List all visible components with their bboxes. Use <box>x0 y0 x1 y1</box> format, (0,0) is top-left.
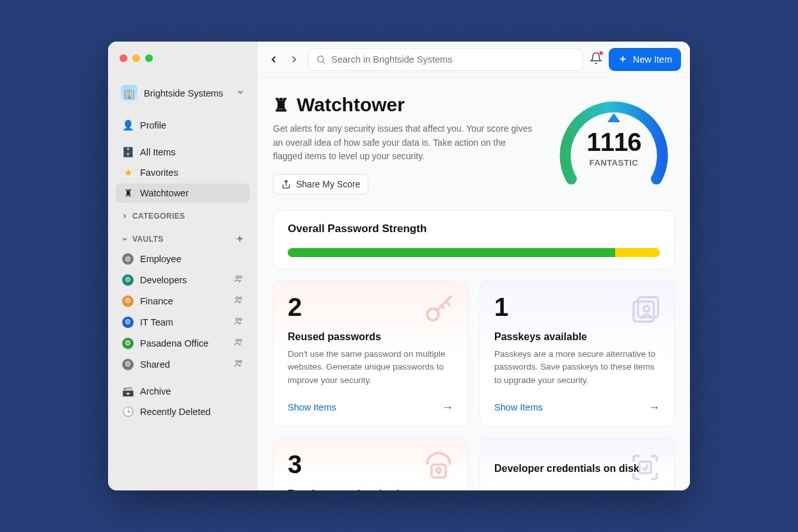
sidebar-vault-item[interactable]: ⚙ Developers <box>116 270 250 290</box>
sidebar-vault-item[interactable]: ⚙ IT Team <box>116 312 250 332</box>
workspace-name: Brightside Systems <box>144 88 230 98</box>
sidebar-item-favorites[interactable]: ★ Favorites <box>116 163 250 182</box>
app-window: 🏢 Brightside Systems 👤 Profile 🗄️ All It… <box>108 42 690 490</box>
sidebar-item-profile[interactable]: 👤 Profile <box>116 116 250 135</box>
chevron-down-icon <box>121 235 129 243</box>
issue-card-icon <box>628 450 662 485</box>
zoom-window-button[interactable] <box>145 54 153 62</box>
shared-icon <box>233 337 244 349</box>
vaults-section-header[interactable]: VAULTS ＋ <box>116 224 250 249</box>
svg-line-11 <box>323 61 325 63</box>
chevron-down-icon <box>236 88 245 99</box>
share-score-label: Share My Score <box>296 179 360 189</box>
shared-icon <box>233 274 244 286</box>
add-vault-button[interactable]: ＋ <box>235 232 245 246</box>
vault-label: Employee <box>140 254 181 264</box>
watchtower-page-icon: ♜ <box>273 95 289 116</box>
page-title-text: Watchtower <box>297 94 405 116</box>
issue-title: Reused passwords <box>288 331 453 343</box>
strength-yellow-segment <box>615 248 660 257</box>
password-strength-card: Overall Password Strength <box>273 210 675 269</box>
close-window-button[interactable] <box>120 54 127 62</box>
sidebar-item-watchtower[interactable]: ♜ Watchtower <box>116 184 250 203</box>
topbar: ＋ New Item <box>258 42 690 77</box>
issue-card: Developer credentials on disk <box>480 438 675 490</box>
new-item-button[interactable]: ＋ New Item <box>609 48 681 71</box>
svg-point-10 <box>318 56 324 61</box>
sidebar-item-recently-deleted[interactable]: 🕓 Recently Deleted <box>116 402 250 421</box>
sidebar-vault-item[interactable]: ⚙ Finance <box>116 291 250 311</box>
new-item-label: New Item <box>633 54 672 65</box>
svg-point-16 <box>644 306 650 311</box>
strength-green-segment <box>288 248 615 257</box>
chevron-right-icon <box>121 212 129 220</box>
vault-icon: ⚙ <box>122 253 134 265</box>
vault-label: Finance <box>140 296 173 306</box>
issue-card: 1 Passkeys available Passkeys are a more… <box>480 281 675 426</box>
issue-card: 3 Two-factor authentication <box>273 438 468 490</box>
show-items-link[interactable]: Show Items→ <box>288 401 453 414</box>
sidebar-label: Favorites <box>140 168 178 178</box>
svg-point-4 <box>236 318 239 320</box>
show-items-link[interactable]: Show Items→ <box>494 401 660 414</box>
sidebar-vault-item[interactable]: ⚙ Employee <box>116 249 250 269</box>
issue-description: Don't use the same password on multiple … <box>288 348 453 387</box>
content-area: ＋ New Item ♜ Watchtower Get alerts for a… <box>258 42 690 490</box>
strength-title: Overall Password Strength <box>288 223 660 235</box>
vault-label: Pasadena Office <box>140 338 208 348</box>
search-input[interactable] <box>331 54 575 65</box>
page-description: Get alerts for any security issues that … <box>273 122 534 164</box>
vault-label: IT Team <box>140 317 173 327</box>
sidebar-item-all-items[interactable]: 🗄️ All Items <box>116 143 250 162</box>
svg-rect-17 <box>432 464 446 477</box>
issue-card-icon <box>421 450 456 485</box>
notifications-button[interactable] <box>590 52 602 67</box>
minimize-window-button[interactable] <box>132 54 140 62</box>
sidebar-item-archive[interactable]: 🗃️ Archive <box>116 382 250 401</box>
notification-badge <box>598 51 604 56</box>
workspace-switcher[interactable]: 🏢 Brightside Systems <box>116 81 250 106</box>
vault-icon: ⚙ <box>122 359 134 370</box>
sidebar-vault-item[interactable]: ⚙ Shared <box>116 354 250 374</box>
categories-section-header[interactable]: CATEGORIES <box>116 204 250 224</box>
issue-card: 2 Reused passwords Don't use the same pa… <box>273 281 468 426</box>
vaults-label: VAULTS <box>132 235 164 244</box>
forward-button[interactable] <box>287 52 301 66</box>
svg-point-6 <box>236 339 239 341</box>
sidebar-label: Profile <box>140 120 166 130</box>
strength-bar <box>288 248 660 257</box>
svg-point-0 <box>236 276 239 278</box>
sidebar-label: Archive <box>140 386 171 396</box>
trash-icon: 🕓 <box>122 406 134 418</box>
issue-title: Two-factor authentication <box>288 489 453 490</box>
sidebar: 🏢 Brightside Systems 👤 Profile 🗄️ All It… <box>108 42 258 490</box>
categories-label: CATEGORIES <box>132 212 185 221</box>
svg-point-8 <box>236 360 239 363</box>
score-gauge: 1116 FANTASTIC <box>553 94 675 196</box>
svg-point-3 <box>240 297 242 299</box>
share-icon <box>281 180 291 189</box>
watchtower-hero: ♜ Watchtower Get alerts for any security… <box>273 94 675 196</box>
share-score-button[interactable]: Share My Score <box>273 174 368 194</box>
search-field[interactable] <box>308 48 583 71</box>
back-button[interactable] <box>267 52 281 66</box>
vault-icon: ⚙ <box>122 295 134 307</box>
sidebar-label: Recently Deleted <box>140 407 210 417</box>
archive-icon: 🗃️ <box>122 386 134 397</box>
workspace-icon: 🏢 <box>121 85 137 102</box>
issue-description: Passkeys are a more secure alternative t… <box>494 348 660 387</box>
arrow-right-icon: → <box>442 401 453 414</box>
gauge-needle-icon <box>607 113 620 122</box>
search-icon <box>316 54 326 65</box>
sidebar-label: All Items <box>140 147 176 157</box>
vault-label: Developers <box>140 275 187 285</box>
issue-cards-grid: 2 Reused passwords Don't use the same pa… <box>273 281 675 490</box>
profile-icon: 👤 <box>122 120 134 131</box>
page-title: ♜ Watchtower <box>273 94 534 116</box>
star-icon: ★ <box>122 167 134 178</box>
svg-point-1 <box>240 276 242 278</box>
sidebar-vault-item[interactable]: ⚙ Pasadena Office <box>116 333 250 353</box>
vault-icon: ⚙ <box>122 338 134 349</box>
sidebar-label: Watchtower <box>140 188 189 198</box>
svg-point-2 <box>236 297 239 299</box>
